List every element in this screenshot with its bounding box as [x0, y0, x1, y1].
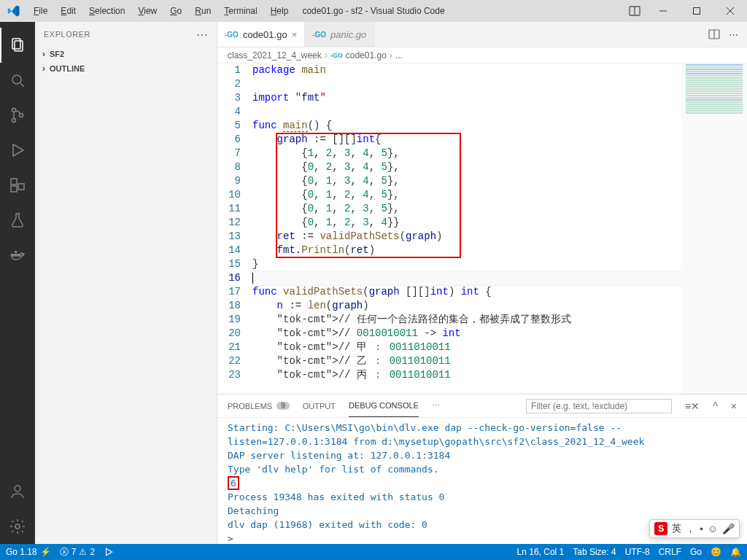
- menu-go[interactable]: Go: [164, 3, 187, 19]
- accounts-icon[interactable]: [0, 474, 35, 509]
- panel-more-icon[interactable]: ⋯: [432, 401, 440, 411]
- status-encoding[interactable]: UTF-8: [625, 547, 650, 557]
- svg-point-22: [15, 524, 20, 529]
- minimap[interactable]: [681, 63, 747, 394]
- svg-rect-16: [18, 184, 24, 190]
- status-eol[interactable]: CRLF: [659, 547, 681, 557]
- settings-gear-icon[interactable]: [0, 509, 35, 544]
- panel-tab-problems[interactable]: PROBLEMS 9: [228, 402, 290, 411]
- minimize-button[interactable]: [646, 0, 680, 22]
- tab-code01[interactable]: -GO code01.go ×: [217, 22, 305, 47]
- status-debug-icon[interactable]: [104, 547, 114, 557]
- testing-icon[interactable]: [0, 203, 35, 238]
- menu-run[interactable]: Run: [189, 3, 217, 19]
- layout-icon[interactable]: [623, 5, 646, 17]
- svg-point-12: [20, 114, 23, 117]
- explorer-more-icon[interactable]: ⋯: [196, 28, 209, 42]
- go-file-icon: -GO: [312, 31, 326, 39]
- close-button[interactable]: [713, 0, 747, 22]
- editor-area: -GO code01.go × -GO panic.go ⋯ class_202…: [217, 22, 747, 544]
- status-bar: Go 1.18⚡ ⓧ7 ⚠2 Ln 16, Col 1 Tab Size: 4 …: [0, 544, 747, 560]
- svg-point-11: [12, 119, 16, 122]
- ime-mic-icon: 🎤: [722, 523, 735, 534]
- breadcrumb[interactable]: class_2021_12_4_week › -GO code01.go › .…: [217, 47, 747, 63]
- maximize-button[interactable]: [680, 0, 713, 22]
- svg-marker-25: [107, 548, 112, 555]
- run-debug-icon[interactable]: [0, 133, 35, 168]
- go-file-icon: -GO: [330, 52, 343, 59]
- highlighted-output: 6: [228, 476, 239, 490]
- status-feedback-icon[interactable]: 😊: [711, 547, 721, 557]
- panel-tab-output[interactable]: OUTPUT: [303, 402, 336, 411]
- explorer-sidebar: EXPLORER ⋯ › SF2 › OUTLINE: [35, 22, 217, 544]
- menu-selection[interactable]: Selection: [83, 3, 131, 19]
- go-file-icon: -GO: [225, 31, 239, 39]
- panel-chevron-up-icon[interactable]: ^: [713, 400, 718, 412]
- status-tab-size[interactable]: Tab Size: 4: [573, 547, 616, 557]
- problems-count-badge: 9: [276, 402, 290, 410]
- debug-filter-input[interactable]: [526, 399, 672, 413]
- status-problems[interactable]: ⓧ7 ⚠2: [60, 546, 95, 559]
- svg-rect-3: [694, 8, 700, 15]
- sidebar-section-outline[interactable]: › OUTLINE: [35, 61, 217, 76]
- window-controls: [623, 0, 747, 22]
- search-icon[interactable]: [0, 63, 35, 98]
- svg-rect-20: [15, 251, 17, 253]
- menu-edit[interactable]: Edit: [55, 3, 82, 19]
- explorer-title: EXPLORER: [44, 30, 90, 39]
- svg-point-8: [12, 75, 21, 84]
- svg-rect-15: [11, 186, 17, 192]
- editor-tabs: -GO code01.go × -GO panic.go ⋯: [217, 22, 747, 47]
- menu-view[interactable]: View: [132, 3, 163, 19]
- vscode-icon: [7, 4, 20, 18]
- title-bar: FFileile Edit Selection View Go Run Term…: [0, 0, 747, 22]
- svg-point-10: [12, 109, 16, 112]
- window-title: code01.go - sf2 - Visual Studio Code: [302, 6, 444, 16]
- svg-rect-7: [15, 41, 23, 51]
- more-actions-icon[interactable]: ⋯: [729, 29, 738, 40]
- ime-emoji-icon: ☺: [708, 523, 718, 534]
- ime-indicator[interactable]: S 英 ， • ☺ 🎤: [649, 519, 740, 538]
- clear-console-icon[interactable]: ≡✕: [685, 400, 700, 412]
- status-go-version[interactable]: Go 1.18⚡: [6, 547, 51, 557]
- status-language[interactable]: Go: [690, 547, 702, 557]
- svg-point-21: [15, 486, 20, 491]
- menu-terminal[interactable]: Terminal: [218, 3, 263, 19]
- panel-close-icon[interactable]: ×: [731, 400, 737, 412]
- svg-rect-14: [11, 179, 17, 184]
- close-tab-icon[interactable]: ×: [292, 29, 298, 40]
- chevron-right-icon: ›: [38, 49, 50, 59]
- menu-file[interactable]: FFileile: [28, 3, 53, 19]
- chevron-right-icon: ›: [38, 63, 50, 74]
- source-control-icon[interactable]: [0, 98, 35, 133]
- explorer-icon[interactable]: [0, 28, 35, 63]
- status-bell-icon[interactable]: 🔔: [730, 547, 741, 557]
- tab-panic[interactable]: -GO panic.go: [305, 22, 374, 47]
- svg-marker-13: [13, 144, 23, 156]
- code-editor[interactable]: 1234567891011121314151617181920212223 pa…: [217, 63, 747, 394]
- status-ln-col[interactable]: Ln 16, Col 1: [517, 547, 565, 557]
- docker-icon[interactable]: [0, 238, 35, 273]
- activity-bar: [0, 22, 35, 544]
- menu-bar: FFileile Edit Selection View Go Run Term…: [0, 3, 294, 19]
- extensions-icon[interactable]: [0, 168, 35, 203]
- split-editor-icon[interactable]: [708, 28, 720, 40]
- svg-line-9: [20, 83, 24, 87]
- svg-rect-6: [12, 39, 20, 49]
- sogou-icon: S: [654, 522, 667, 535]
- menu-help[interactable]: Help: [265, 3, 295, 19]
- sidebar-section-sf2[interactable]: › SF2: [35, 47, 217, 61]
- panel-tab-debug-console[interactable]: DEBUG CONSOLE: [349, 394, 419, 417]
